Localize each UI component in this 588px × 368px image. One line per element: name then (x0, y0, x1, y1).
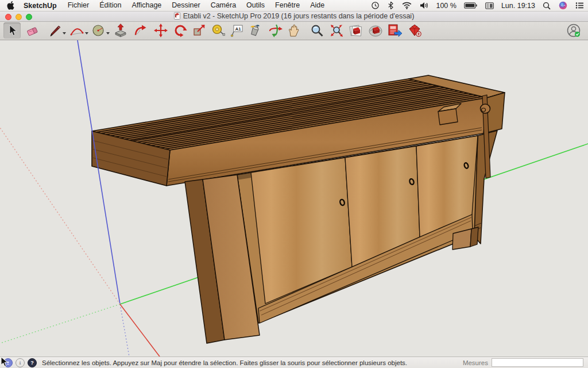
siri-icon[interactable] (555, 0, 571, 11)
svg-text:A1: A1 (235, 26, 241, 32)
eraser-tool[interactable] (25, 23, 40, 38)
time-machine-icon[interactable] (367, 0, 384, 11)
follow-me-tool[interactable] (133, 23, 148, 38)
menu-affichage[interactable]: Affichage (126, 0, 167, 11)
pan-tool[interactable] (287, 23, 301, 38)
menu-aide[interactable]: Aide (305, 0, 330, 11)
help-icon[interactable]: ? (28, 358, 37, 367)
window-title-bar[interactable]: Etabli v2 - SketchUp Pro 2019 (16 jours … (0, 11, 588, 22)
measurements-label: Mesures (463, 359, 488, 366)
paint-bucket-tool[interactable] (247, 23, 262, 38)
extension-warehouse-icon[interactable] (368, 23, 383, 38)
measurements-input[interactable] (492, 358, 583, 367)
right-foot-side (470, 227, 478, 247)
rotate-tool[interactable] (173, 23, 188, 38)
battery-icon[interactable] (460, 0, 481, 11)
move-tool[interactable] (153, 23, 168, 38)
zoom-extents-tool[interactable] (329, 23, 344, 38)
menu-outils[interactable]: Outils (241, 0, 270, 11)
push-pull-tool[interactable] (113, 23, 128, 38)
circle-tool[interactable] (91, 23, 106, 38)
zoom-tool[interactable] (310, 23, 324, 38)
menu-app-name[interactable]: SketchUp (18, 2, 63, 10)
send-to-layout-icon[interactable] (388, 23, 403, 38)
mouse-cursor (1, 356, 9, 367)
text-tool[interactable]: A1 (229, 23, 244, 38)
battery-percentage: 100 % (432, 2, 459, 10)
menu-clock[interactable]: Lun. 19:13 (498, 2, 539, 10)
select-tool[interactable] (3, 22, 21, 39)
credits-info-icon[interactable]: i (16, 358, 25, 367)
menu-dessiner[interactable]: Dessiner (167, 0, 205, 11)
input-source-icon[interactable] (481, 0, 498, 11)
apple-menu-icon[interactable] (0, 1, 18, 10)
screen: SketchUp Fichier Édition Affichage Dessi… (0, 0, 588, 368)
orbit-tool[interactable] (268, 23, 283, 38)
notification-center-icon[interactable] (571, 0, 588, 11)
sketchup-document-icon (174, 12, 180, 22)
arc-tool-dropdown[interactable] (85, 32, 88, 34)
sketchup-toolbar: A1 (0, 21, 588, 40)
tape-measure-tool[interactable] (211, 23, 226, 38)
status-help-text: Sélectionnez les objets. Appuyez sur Maj… (42, 359, 407, 366)
status-bar: i ? Sélectionnez les objets. Appuyez sur… (0, 356, 588, 368)
bluetooth-icon[interactable] (384, 0, 398, 11)
circle-tool-dropdown[interactable] (106, 32, 110, 34)
macos-menu-bar: SketchUp Fichier Édition Affichage Dessi… (0, 0, 588, 12)
3d-viewport[interactable] (0, 40, 588, 356)
3d-warehouse-icon[interactable] (349, 23, 363, 38)
spotlight-search-icon[interactable] (539, 0, 555, 11)
menu-fichier[interactable]: Fichier (63, 0, 95, 11)
scale-tool[interactable] (191, 23, 206, 38)
menu-fenetre[interactable]: Fenêtre (270, 0, 305, 11)
bench-stop-front (438, 109, 458, 125)
wifi-icon[interactable] (398, 0, 416, 11)
arc-tool[interactable] (69, 23, 84, 38)
line-tool[interactable] (47, 23, 62, 38)
extension-manager-icon[interactable] (407, 23, 422, 38)
window-title: Etabli v2 - SketchUp Pro 2019 (16 jours … (0, 11, 588, 22)
menu-edition[interactable]: Édition (94, 0, 126, 11)
line-tool-dropdown[interactable] (63, 32, 66, 34)
menu-camera[interactable]: Caméra (206, 0, 241, 11)
volume-icon[interactable] (416, 0, 432, 11)
user-account-icon[interactable] (566, 23, 581, 38)
